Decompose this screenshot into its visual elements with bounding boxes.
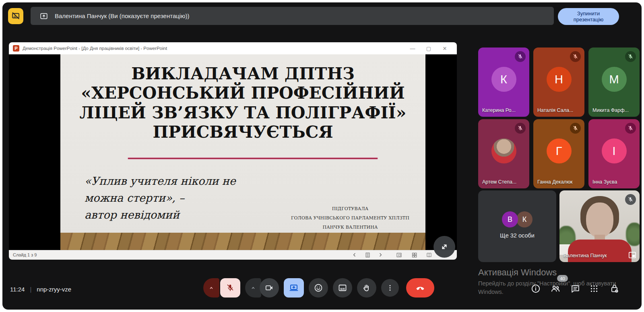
camera-icon bbox=[265, 283, 274, 292]
minimize-button[interactable]: — bbox=[405, 42, 421, 54]
participant-name: Інна Зуєва bbox=[592, 179, 617, 185]
credits-line: ПІДГОТУВАЛА bbox=[288, 204, 413, 213]
close-button[interactable]: ✕ bbox=[437, 42, 453, 54]
participant-name: Катерина Ро... bbox=[482, 107, 516, 113]
windows-activation-line: Windows. bbox=[478, 289, 504, 295]
camera-control-group bbox=[245, 278, 279, 298]
reactions-button[interactable] bbox=[309, 278, 328, 298]
slide-wood-floor bbox=[60, 233, 425, 250]
meeting-info: 11:24 | nnp-zryy-vze bbox=[10, 284, 71, 294]
participant-name: Артем Степа... bbox=[482, 179, 516, 185]
raise-hand-button[interactable] bbox=[357, 278, 376, 298]
slide-menu-button[interactable] bbox=[365, 252, 371, 258]
slashed-screen-icon bbox=[11, 11, 21, 21]
overflow-avatars: В К bbox=[502, 211, 533, 227]
fullscreen-button[interactable] bbox=[433, 236, 455, 258]
pip-button[interactable] bbox=[628, 252, 636, 259]
more-options-icon bbox=[386, 284, 394, 292]
chat-button[interactable] bbox=[570, 283, 581, 294]
avatar: Г bbox=[547, 138, 572, 163]
mic-options-button[interactable] bbox=[203, 278, 219, 298]
reactions-icon bbox=[314, 283, 323, 293]
chevron-up-icon bbox=[208, 285, 215, 291]
slide-credits: ПІДГОТУВАЛА ГОЛОВА УЧНІВСЬКОГО ПАРЛАМЕНТ… bbox=[288, 204, 413, 232]
mic-toggle-button[interactable] bbox=[220, 278, 240, 298]
host-controls-button[interactable] bbox=[609, 283, 620, 294]
screen-share-icon bbox=[289, 283, 299, 293]
raise-hand-icon bbox=[362, 283, 372, 293]
reading-view-button[interactable] bbox=[426, 252, 432, 258]
mic-off-icon bbox=[515, 123, 526, 134]
more-options-button[interactable] bbox=[381, 279, 399, 297]
mic-off-icon bbox=[515, 51, 526, 62]
host-controls-icon bbox=[609, 283, 620, 294]
end-call-icon bbox=[415, 283, 425, 293]
slide-quote: «Уплив учителя ніколи не можна стерти», … bbox=[85, 173, 236, 223]
avatar: К bbox=[491, 67, 516, 92]
self-video-face bbox=[586, 202, 613, 238]
slide-canvas: ВИКЛАДАЧАМ ДПТНЗ «ХЕРСОНСЬКИЙ ПРОФЕСІЙНИ… bbox=[60, 54, 425, 250]
background-plant bbox=[626, 223, 640, 246]
stop-presentation-button[interactable]: Зупинити презентацію bbox=[558, 8, 619, 25]
clock: 11:24 bbox=[10, 286, 25, 293]
participant-name: Микита Фарф... bbox=[592, 107, 629, 113]
slide-accent-line bbox=[128, 158, 378, 159]
avatar: М bbox=[602, 67, 627, 92]
camera-options-button[interactable] bbox=[245, 278, 261, 298]
participant-tile[interactable]: К Катерина Ро... bbox=[478, 48, 529, 117]
pip-icon bbox=[628, 252, 636, 259]
avatar: К bbox=[516, 211, 533, 227]
mic-off-icon bbox=[226, 283, 235, 292]
avatar-photo bbox=[491, 138, 516, 163]
credits-line: ГОЛОВА УЧНІВСЬКОГО ПАРЛАМЕНТУ ХПЛЗТП bbox=[288, 213, 413, 223]
presenter-status-bar: Валентина Панчук (Ви (показуєте презента… bbox=[31, 7, 554, 25]
next-slide-button[interactable] bbox=[378, 252, 383, 258]
mic-off-icon bbox=[625, 51, 636, 62]
chat-icon bbox=[570, 284, 580, 294]
normal-view-button[interactable] bbox=[396, 252, 402, 258]
screen-share-button[interactable] bbox=[284, 278, 304, 298]
meeting-details-button[interactable] bbox=[530, 283, 541, 294]
participant-tile[interactable]: М Микита Фарф... bbox=[588, 48, 640, 117]
avatar: В bbox=[502, 211, 518, 227]
people-icon bbox=[550, 283, 561, 294]
participant-tile[interactable]: Н Наталія Сала... bbox=[533, 48, 584, 117]
maximize-button[interactable]: ▢ bbox=[421, 42, 437, 54]
activities-button[interactable] bbox=[589, 283, 600, 294]
self-video-tile[interactable]: Валентина Панчук bbox=[559, 190, 640, 262]
participant-tile[interactable]: Артем Степа... bbox=[478, 119, 529, 188]
mic-off-icon bbox=[570, 123, 581, 134]
fullscreen-icon bbox=[440, 242, 449, 252]
meet-window: Валентина Панчук (Ви (показуєте презента… bbox=[2, 2, 642, 310]
avatar: І bbox=[602, 138, 627, 163]
powerpoint-window-title: Демонстрація PowerPoint - [До Дня праців… bbox=[23, 46, 167, 51]
participant-name: Валентина Панчук bbox=[564, 253, 607, 258]
end-call-button[interactable] bbox=[406, 278, 434, 298]
show-participants-button[interactable] bbox=[550, 283, 561, 294]
credits-line: ПАНЧУК ВАЛЕНТИНА bbox=[288, 223, 413, 232]
chevron-up-icon bbox=[250, 285, 256, 291]
divider: | bbox=[30, 286, 31, 293]
participant-tile[interactable]: Г Ганна Декалюк bbox=[533, 119, 584, 188]
previous-slide-button[interactable] bbox=[352, 252, 357, 258]
presenter-status-text: Валентина Панчук (Ви (показуєте презента… bbox=[55, 12, 189, 19]
presentation-hidden-icon bbox=[8, 8, 23, 24]
mic-off-icon bbox=[570, 51, 581, 62]
mic-off-icon bbox=[625, 123, 636, 134]
overflow-participants-tile[interactable]: В К Ще 32 особи bbox=[478, 190, 556, 262]
info-icon bbox=[530, 283, 541, 294]
camera-toggle-button[interactable] bbox=[260, 278, 279, 298]
slide-sorter-button[interactable] bbox=[411, 252, 417, 258]
participant-count-badge: 40 bbox=[557, 275, 568, 282]
self-video-shirt bbox=[568, 240, 632, 262]
captions-icon bbox=[338, 283, 347, 293]
powerpoint-logo-icon: P bbox=[13, 45, 19, 52]
captions-button[interactable] bbox=[333, 278, 352, 298]
slide-counter: Слайд 1 з 9 bbox=[13, 252, 37, 257]
participant-name: Наталія Сала... bbox=[537, 107, 573, 113]
mic-control-group bbox=[203, 278, 240, 298]
shared-screen-powerpoint: P Демонстрація PowerPoint - [До Дня прац… bbox=[9, 42, 457, 260]
powerpoint-titlebar: P Демонстрація PowerPoint - [До Дня прац… bbox=[9, 42, 457, 54]
mic-off-icon bbox=[625, 194, 636, 205]
participant-tile[interactable]: І Інна Зуєва bbox=[588, 119, 640, 188]
